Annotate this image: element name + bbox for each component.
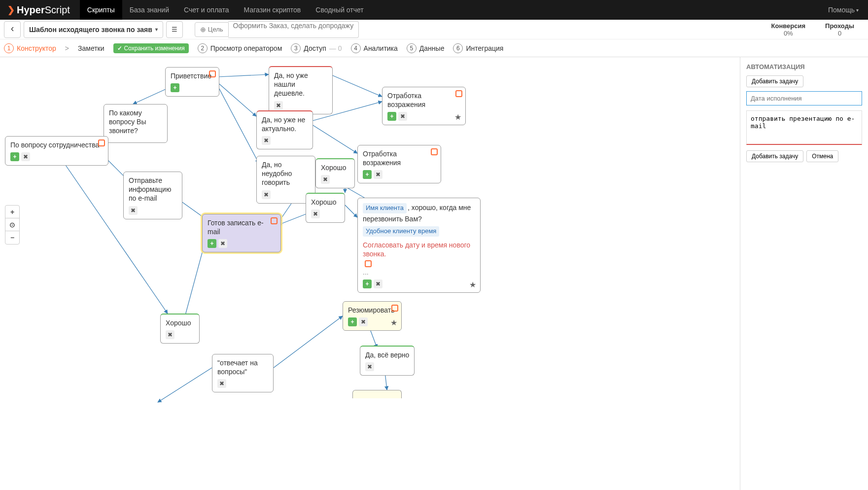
logo-bold: Hyper (17, 4, 45, 16)
goal-marker[interactable] (98, 140, 105, 146)
goal-marker[interactable] (271, 217, 278, 224)
delete-icon[interactable]: ✖ (374, 170, 382, 179)
node-objection1-title: Отработка возражения (387, 91, 460, 109)
add-icon[interactable]: + (387, 112, 396, 121)
add-icon[interactable]: + (348, 317, 357, 326)
delete-icon[interactable]: ✖ (262, 136, 271, 145)
save-changes-button[interactable]: Сохранить изменения (113, 43, 189, 53)
star-icon[interactable]: ★ (469, 280, 476, 289)
goal-marker[interactable] (365, 260, 372, 267)
chip-convenient-time[interactable]: Удобное клиенту время (363, 226, 439, 237)
menu-button[interactable] (166, 21, 183, 38)
delete-icon[interactable]: ✖ (398, 112, 407, 121)
node-coop[interactable]: По вопросу сотрудничества +✖ (5, 136, 108, 166)
delete-icon[interactable]: ✖ (217, 379, 226, 388)
delete-icon[interactable]: ✖ (274, 101, 283, 110)
node-greeting[interactable]: Приветствие + (165, 67, 219, 97)
nav-scripts[interactable]: Скрипты (80, 0, 122, 20)
tab-operator-label: Просмотр оператором (210, 44, 282, 52)
node-question[interactable]: По какому вопросу Вы звоните? (104, 104, 168, 143)
breadcrumb-sep: > (65, 44, 69, 52)
delete-icon[interactable]: ✖ (21, 152, 30, 161)
node-send-email-title: Отправьте информацию по e-mail (129, 176, 177, 203)
star-icon[interactable]: ★ (454, 112, 461, 122)
conversion-value: 0% (771, 30, 806, 37)
node-partial[interactable] (352, 390, 402, 398)
svg-line-19 (370, 328, 377, 348)
zoom-controls: + ⊙ − (5, 205, 20, 245)
tab-constructor[interactable]: 1Конструктор (4, 43, 56, 53)
canvas[interactable]: + ⊙ − (0, 57, 740, 490)
nav-help[interactable]: Помощь (821, 0, 861, 20)
back-button[interactable] (4, 21, 21, 38)
node-question-title: По какому вопросу Вы звоните? (109, 108, 162, 136)
goal-marker[interactable] (455, 90, 462, 97)
node-send-email[interactable]: Отправьте информацию по e-mail ✖ (123, 172, 182, 219)
node-detail[interactable]: Имя клиента, хорошо, когда мне перезвони… (357, 198, 481, 293)
nav-report[interactable]: Сводный отчет (308, 0, 371, 20)
zoom-out-button[interactable]: − (5, 231, 19, 244)
date-input[interactable] (746, 91, 862, 105)
delete-icon[interactable]: ✖ (262, 190, 271, 199)
cancel-button[interactable]: Отмена (806, 150, 838, 162)
delete-icon[interactable]: ✖ (365, 362, 374, 371)
toolbar: Шаблон исходящего звонка по заяв ⊕Цель О… (0, 20, 868, 39)
chevron-left-icon (11, 26, 14, 33)
node-objection2[interactable]: Отработка возражения +✖ (357, 145, 441, 183)
goal-button[interactable]: ⊕Цель (195, 22, 229, 37)
node-resume[interactable]: Резюмировать +✖ ★ (343, 301, 402, 331)
tab-data[interactable]: 5Данные (407, 43, 445, 53)
node-objection1[interactable]: Отработка возражения +✖ ★ (382, 87, 466, 125)
node-ok1[interactable]: Хорошо ✖ (315, 158, 355, 188)
add-task-confirm-button[interactable]: Добавить задачу (746, 150, 803, 162)
goal-marker[interactable] (209, 70, 216, 77)
node-answers-title: "отвечает на вопросы" (217, 358, 268, 376)
chip-client-name[interactable]: Имя клиента (363, 203, 407, 213)
script-name: Шаблон исходящего звонка по заяв (29, 26, 152, 34)
goal-marker[interactable] (431, 148, 438, 155)
node-not-actual[interactable]: Да, но уже не актуально. ✖ (256, 110, 313, 149)
tab-constructor-label: Конструктор (17, 44, 56, 52)
tab-operator[interactable]: 2Просмотр оператором (198, 43, 282, 53)
logo[interactable]: ❯ HyperScript (7, 4, 70, 16)
zoom-center-button[interactable]: ⊙ (5, 218, 19, 231)
tab-analytics[interactable]: 4Аналитика (351, 43, 398, 53)
add-icon[interactable]: + (10, 152, 19, 161)
tab-integration[interactable]: 6Интеграция (453, 43, 503, 53)
delete-icon[interactable]: ✖ (311, 210, 320, 218)
star-icon[interactable]: ★ (390, 318, 397, 327)
tab-notes[interactable]: Заметки (78, 44, 104, 52)
script-select[interactable]: Шаблон исходящего звонка по заяв (24, 21, 163, 38)
node-answers[interactable]: "отвечает на вопросы" ✖ (212, 354, 274, 392)
goal-marker[interactable] (391, 305, 398, 312)
tab-access[interactable]: 3Доступ — 0 (291, 43, 342, 53)
add-icon[interactable]: + (208, 239, 216, 248)
node-objection2-title: Отработка возражения (363, 149, 436, 167)
node-ok2-title: Хорошо (311, 198, 340, 207)
node-ok2[interactable]: Хорошо ✖ (306, 193, 345, 223)
delete-icon[interactable]: ✖ (129, 206, 138, 215)
goal-input[interactable]: Оформить Заказ, сделать допродажу (228, 21, 359, 38)
delete-icon[interactable]: ✖ (374, 280, 382, 288)
delete-icon[interactable]: ✖ (359, 317, 368, 326)
conversion-label: Конверсия (771, 22, 806, 30)
node-yes-correct[interactable]: Да, всё верно ✖ (360, 346, 415, 376)
tab-data-label: Данные (419, 44, 445, 52)
task-text-input[interactable] (746, 110, 862, 145)
add-icon[interactable]: + (363, 280, 372, 288)
delete-icon[interactable]: ✖ (166, 330, 174, 339)
add-task-button[interactable]: Добавить задачу (746, 75, 803, 87)
node-found-cheaper[interactable]: Да, но уже нашли дешевле. ✖ (269, 66, 333, 114)
node-ready-email[interactable]: Готов записать e-mail +✖ (202, 214, 281, 252)
add-icon[interactable]: + (363, 170, 372, 179)
zoom-in-button[interactable]: + (5, 206, 19, 218)
node-ok3[interactable]: Хорошо ✖ (160, 314, 200, 344)
node-not-actual-title: Да, но уже не актуально. (262, 115, 308, 133)
delete-icon[interactable]: ✖ (321, 175, 330, 184)
svg-line-2 (217, 82, 256, 116)
add-icon[interactable]: + (171, 83, 179, 92)
nav-knowledge[interactable]: База знаний (122, 0, 176, 20)
nav-billing[interactable]: Счет и оплата (176, 0, 237, 20)
delete-icon[interactable]: ✖ (218, 239, 227, 248)
nav-store[interactable]: Магазин скриптов (237, 0, 309, 20)
